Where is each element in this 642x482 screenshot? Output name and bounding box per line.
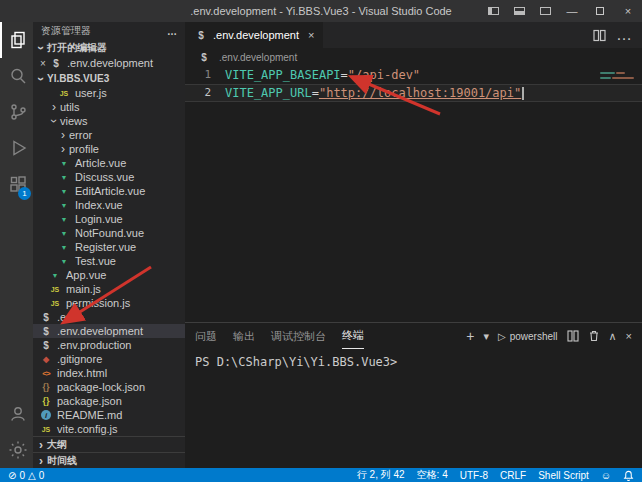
file-label: Register.vue — [75, 241, 136, 253]
close-button[interactable]: × — [614, 0, 642, 22]
timeline-section-header[interactable]: › 时间线 — [33, 452, 185, 468]
tree-item-Register.vue[interactable]: ▼Register.vue — [33, 240, 185, 254]
tree-item-error[interactable]: ›error — [33, 128, 185, 142]
tree-item-Login.vue[interactable]: ▼Login.vue — [33, 212, 185, 226]
maximize-button[interactable] — [586, 0, 614, 22]
activitybar-source-control[interactable] — [0, 94, 33, 130]
file-label: Test.vue — [75, 255, 116, 267]
tab-env-development[interactable]: $ .env.development × — [185, 22, 323, 48]
file-label: main.js — [66, 283, 101, 295]
file-label: package-lock.json — [57, 381, 145, 393]
customize-layout-icon[interactable] — [532, 0, 558, 22]
tree-item-user.js[interactable]: JSuser.js — [33, 86, 185, 100]
code-line-2[interactable]: 2VITE_APP_URL="http://localhost:19001/ap… — [185, 84, 642, 102]
panel-tab-problems[interactable]: 问题 — [195, 323, 217, 349]
code-token: VITE_APP_BASEAPI — [225, 66, 341, 84]
tree-item-permission.js[interactable]: JSpermission.js — [33, 296, 185, 310]
file-label: index.html — [57, 367, 107, 379]
warning-count: 0 — [39, 470, 45, 481]
close-editor-icon[interactable]: × — [37, 58, 49, 69]
more-actions-icon[interactable]: … — [167, 26, 177, 37]
eol-status[interactable]: CRLF — [500, 470, 526, 481]
file-label: Discuss.vue — [75, 171, 134, 183]
code-area[interactable]: 1VITE_APP_BASEAPI="/api-dev"2VITE_APP_UR… — [185, 66, 642, 102]
tree-item-.gitignore[interactable]: ◆.gitignore — [33, 352, 185, 366]
close-panel-icon[interactable]: × — [626, 330, 632, 342]
terminal-output[interactable]: PS D:\CSharp\Yi\Yi.BBS.Vue3> — [185, 349, 642, 369]
split-editor-icon[interactable] — [593, 29, 606, 42]
tree-item-README.md[interactable]: iREADME.md — [33, 408, 185, 422]
tree-item-package-lock.json[interactable]: {}package-lock.json — [33, 380, 185, 394]
project-section-header[interactable]: › YI.BBS.VUE3 — [33, 71, 185, 86]
panel-tab-terminal[interactable]: 终端 — [342, 323, 364, 349]
indentation-status[interactable]: 空格: 4 — [417, 468, 448, 482]
activitybar-explorer[interactable] — [0, 22, 33, 58]
vue-file-icon: ▼ — [57, 199, 71, 211]
vue-file-icon: ▼ — [57, 213, 71, 225]
activitybar-settings[interactable] — [0, 432, 33, 468]
outline-section-header[interactable]: › 大纲 — [33, 436, 185, 452]
panel-tab-debug-console[interactable]: 调试控制台 — [271, 323, 326, 349]
new-terminal-icon[interactable]: + — [466, 328, 474, 344]
vue-file-icon: ▼ — [57, 157, 71, 169]
file-label: Login.vue — [75, 213, 123, 225]
git-file-icon: ◆ — [39, 353, 53, 365]
tree-item-index.html[interactable]: <>index.html — [33, 366, 185, 380]
tree-item-.env.development[interactable]: $.env.development — [33, 324, 185, 338]
activitybar-search[interactable] — [0, 58, 33, 94]
problems-status[interactable]: ⊘0 △0 — [8, 470, 44, 481]
tree-item-NotFound.vue[interactable]: ▼NotFound.vue — [33, 226, 185, 240]
tree-item-Discuss.vue[interactable]: ▼Discuss.vue — [33, 170, 185, 184]
open-editors-header[interactable]: › 打开的编辑器 — [33, 40, 185, 55]
activitybar-extensions[interactable]: 1 — [0, 166, 33, 202]
tab-close-icon[interactable]: × — [308, 29, 314, 41]
notifications-bell-icon[interactable] — [623, 470, 634, 481]
tree-item-Test.vue[interactable]: ▼Test.vue — [33, 254, 185, 268]
editor-more-actions-icon[interactable]: … — [616, 26, 632, 44]
vue-file-icon: ▼ — [57, 241, 71, 253]
code-line-1[interactable]: 1VITE_APP_BASEAPI="/api-dev" — [185, 66, 642, 84]
toggle-panel-icon[interactable] — [506, 0, 532, 22]
minimize-button[interactable]: — — [558, 0, 586, 22]
tree-item-vite.config.js[interactable]: JSvite.config.js — [33, 422, 185, 436]
tree-item-Index.vue[interactable]: ▼Index.vue — [33, 198, 185, 212]
chevron-right-icon: › — [57, 144, 69, 154]
sidebar-title: 资源管理器 — [41, 24, 91, 38]
tree-item-Article.vue[interactable]: ▼Article.vue — [33, 156, 185, 170]
open-editor-label: .env.development — [67, 57, 153, 69]
tree-item-package.json[interactable]: {}package.json — [33, 394, 185, 408]
vue-file-icon: ▼ — [57, 171, 71, 183]
tree-item-profile[interactable]: ›profile — [33, 142, 185, 156]
shell-selector[interactable]: ▷ powershell — [498, 331, 558, 342]
tree-item-.env[interactable]: $.env — [33, 310, 185, 324]
tree-item-views[interactable]: ›views — [33, 114, 185, 128]
breadcrumb[interactable]: $ .env.development — [185, 48, 642, 66]
split-terminal-icon[interactable] — [567, 330, 579, 342]
code-token: = — [312, 84, 319, 102]
language-mode[interactable]: Shell Script — [538, 470, 589, 481]
terminal-dropdown-icon[interactable]: ▾ — [483, 330, 489, 343]
js-file-icon: JS — [48, 297, 62, 309]
tree-item-EditArticle.vue[interactable]: ▼EditArticle.vue — [33, 184, 185, 198]
error-count: 0 — [19, 470, 25, 481]
kill-terminal-icon[interactable] — [588, 330, 600, 342]
open-editors-label: 打开的编辑器 — [47, 41, 107, 55]
vue-file-icon: ▼ — [57, 255, 71, 267]
encoding-status[interactable]: UTF-8 — [460, 470, 488, 481]
panel-tab-output[interactable]: 输出 — [233, 323, 255, 349]
html-file-icon: <> — [39, 367, 53, 379]
activitybar-run-debug[interactable] — [0, 130, 33, 166]
tree-item-main.js[interactable]: JSmain.js — [33, 282, 185, 296]
toggle-sidebar-icon[interactable] — [480, 0, 506, 22]
error-icon: ⊘ — [8, 470, 16, 481]
tree-item-.env.production[interactable]: $.env.production — [33, 338, 185, 352]
activitybar-account[interactable] — [0, 396, 33, 432]
minimap[interactable] — [596, 68, 642, 128]
cursor-position[interactable]: 行 2, 列 42 — [357, 468, 405, 482]
open-editor-item[interactable]: × $ .env.development — [33, 55, 185, 71]
feedback-smiley-icon[interactable]: ☺ — [601, 470, 611, 481]
tree-item-utils[interactable]: ›utils — [33, 100, 185, 114]
maximize-panel-icon[interactable]: ∧ — [609, 330, 617, 343]
tree-item-App.vue[interactable]: ▼App.vue — [33, 268, 185, 282]
terminal-icon: ▷ — [498, 331, 506, 342]
